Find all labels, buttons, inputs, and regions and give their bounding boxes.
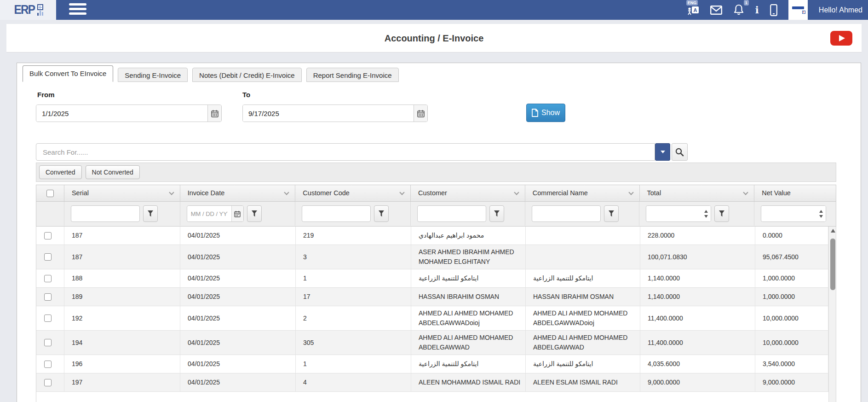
table-row[interactable]: 19704/01/20254ALEEN MOHAMMAD ISMAIL RADI… [36,373,828,392]
table-cell: ايتامكو للتنمية الزراعية [526,355,640,373]
cell-value: 228.0000 [648,231,674,240]
sort-chevron-icon[interactable] [169,190,174,195]
table-row[interactable]: 19404/01/2025305AHMED ALI AHMED MOHAMED … [36,331,828,355]
mail-icon[interactable] [710,6,722,15]
youtube-help-button[interactable] [830,31,852,46]
filter-button[interactable] [714,205,729,222]
tab-label: Sending E-Invoice [125,71,181,79]
table-cell [526,227,640,245]
select-all-checkbox[interactable] [46,190,54,197]
show-button[interactable]: Show [526,104,565,122]
table-cell: 1 [296,355,411,373]
title-bar: Accounting / E-Invoice [6,24,862,52]
cell-value: محمود ابراهيم عبدالهادي [419,231,484,240]
number-filter-input[interactable] [761,206,816,221]
cell-value: ايتامكو للتنمية الزراعية [419,359,478,369]
page-title: Accounting / E-Invoice [6,24,862,52]
spinner-icon[interactable] [816,206,826,221]
tab[interactable]: Bulk Convert To EInvoice [23,65,113,82]
from-date-input[interactable] [36,105,207,122]
column-header-label: Invoice Date [188,189,225,197]
column-filter-input[interactable] [302,205,371,222]
column-filter-input[interactable] [532,205,601,222]
cell-value: HASSAN IBRAHIM OSMAN [419,292,499,302]
document-icon [532,109,538,117]
filter-button[interactable] [489,205,504,222]
language-icon[interactable]: A ENG [687,5,699,16]
filter-button[interactable] [247,205,262,222]
converted-button[interactable]: Converted [39,165,82,179]
svg-text:A: A [693,7,697,13]
info-icon[interactable]: i [755,6,759,15]
table-row[interactable]: 18704/01/20253ASER AHMED IBRAHIM AHMED M… [36,245,828,269]
table-cell: 1 [296,269,411,287]
table-cell: 194 [64,331,180,355]
scrollbar-thumb[interactable] [830,239,835,290]
table-row[interactable]: 19204/01/20252AHMED ALI AHMED MOHAMED AB… [36,306,828,331]
sort-chevron-icon[interactable] [514,190,519,195]
column-filter-input[interactable] [417,205,486,222]
funnel-icon [148,210,153,217]
menu-icon[interactable] [69,3,86,17]
to-date-input[interactable] [243,105,414,122]
to-calendar-icon[interactable] [414,105,427,122]
mobile-phone-icon[interactable] [770,4,777,16]
not-converted-button[interactable]: Not Converted [86,165,140,179]
table-row[interactable]: 19604/01/20251ايتامكو للتنمية الزراعيةاي… [36,355,828,373]
column-header[interactable]: Customer [411,185,525,201]
cell-value: ALEEN ESLAM ISMAIL RADI [533,378,618,387]
table-row[interactable]: 18704/01/2025219محمود ابراهيم عبدالهادي2… [36,227,828,245]
spinner-icon[interactable] [701,206,711,221]
column-header[interactable]: Total [640,185,755,201]
tab[interactable]: Notes (Debit / Credit) E-Invoice [192,68,302,82]
search-dropdown-button[interactable] [655,143,670,161]
row-checkbox[interactable] [44,315,52,322]
table-cell: HASSAN IBRAHIM OSMAN [526,288,640,306]
filter-button[interactable] [143,205,158,222]
column-header-label: Customer Code [303,189,350,197]
cell-value: 2 [303,314,307,323]
row-checkbox[interactable] [44,379,52,386]
column-header[interactable]: Serial [64,185,180,201]
sort-chevron-icon[interactable] [743,190,748,195]
row-checkbox[interactable] [44,275,52,282]
search-button[interactable] [672,143,688,161]
tab[interactable]: Sending E-Invoice [118,68,188,82]
to-label: To [242,91,250,99]
cell-value: 04/01/2025 [188,378,220,387]
table-row[interactable]: 18904/01/202517HASSAN IBRAHIM OSMANHASSA… [36,288,828,306]
calendar-icon[interactable] [231,206,243,221]
row-checkbox[interactable] [44,232,52,239]
column-header[interactable]: Net Value [754,185,836,201]
column-filter-input[interactable] [71,205,140,222]
row-checkbox[interactable] [44,339,52,346]
row-checkbox[interactable] [44,361,52,368]
vertical-scrollbar[interactable] [828,227,836,402]
row-checkbox[interactable] [44,293,52,301]
tab[interactable]: Report Sending E-Invoice [306,68,399,82]
filter-cell [754,202,836,226]
from-calendar-icon[interactable] [207,105,221,122]
date-filter-input[interactable] [187,206,231,221]
scroll-up-arrow-icon[interactable] [829,229,836,233]
search-input[interactable] [36,143,655,161]
sort-chevron-icon[interactable] [628,190,633,195]
notifications-bell-icon[interactable]: 1 [733,4,744,16]
sort-chevron-icon[interactable] [399,190,404,195]
column-header[interactable]: Invoice Date [180,185,296,201]
cell-value: 04/01/2025 [188,314,220,323]
table-cell: 189 [64,288,180,306]
column-header-label: Commercial Name [533,189,588,197]
number-filter-input[interactable] [646,206,701,221]
table-filter-row [36,202,836,227]
filter-button[interactable] [604,205,619,222]
row-checkbox[interactable] [44,253,52,261]
funnel-icon [494,210,500,217]
filter-button[interactable] [374,205,389,222]
table-row[interactable]: 18804/01/20251ايتامكو للتنمية الزراعيةاي… [36,269,828,288]
sort-chevron-icon[interactable] [284,190,289,195]
cell-value: 100,071.0830 [648,252,687,262]
column-header[interactable]: Commercial Name [525,185,640,201]
column-header[interactable]: Customer Code [295,185,411,201]
erp-logo[interactable]: ERP [0,0,56,20]
